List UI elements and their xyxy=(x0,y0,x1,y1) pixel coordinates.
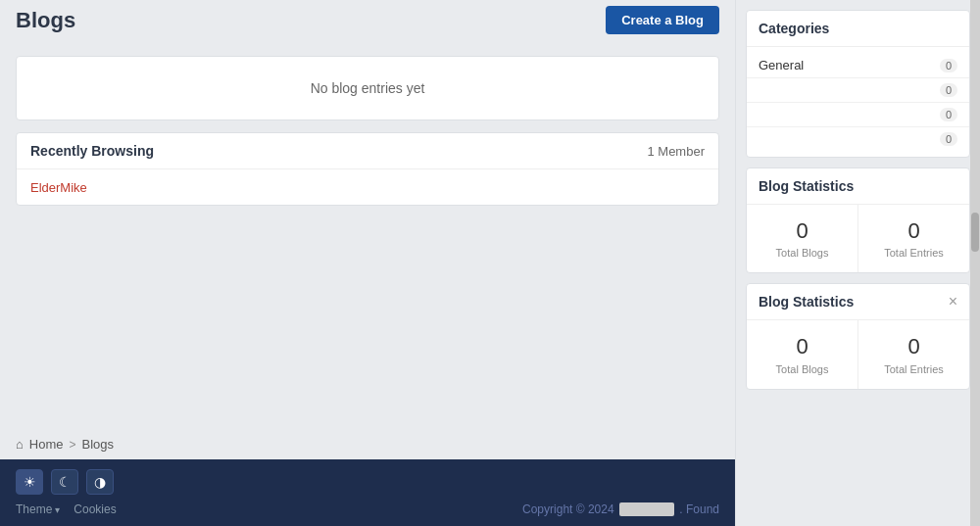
close-button[interactable]: × xyxy=(949,294,957,310)
footer: ☀ ☾ ◑ Theme ▾ Cookies Copyright © 2024 .… xyxy=(0,459,735,526)
recently-browsing-box: Recently Browsing 1 Member ElderMike xyxy=(16,132,719,206)
right-sidebar: Categories General 0 0 0 0 xyxy=(735,0,980,526)
recently-browsing-title: Recently Browsing xyxy=(30,143,154,159)
no-entries-box: No blog entries yet xyxy=(16,56,719,120)
home-icon: ⌂ xyxy=(16,437,24,452)
page-header: Blogs Create a Blog xyxy=(0,0,735,44)
total-blogs-label: Total Blogs xyxy=(755,247,850,259)
category-count: 0 xyxy=(940,59,957,72)
categories-list: General 0 0 0 0 xyxy=(747,47,969,157)
breadcrumb-home-link[interactable]: Home xyxy=(29,437,64,452)
blog-statistics-panel-2: Blog Statistics × 0 Total Blogs 0 Total … xyxy=(746,283,970,389)
category-item-3: 0 xyxy=(747,103,969,127)
footer-links: Theme ▾ Cookies Copyright © 2024 . Found xyxy=(16,502,719,516)
recently-browsing-body: ElderMike xyxy=(17,169,718,205)
categories-title: Categories xyxy=(747,11,969,47)
total-entries-cell: 0 Total Entries xyxy=(858,205,969,272)
footer-copyright: Copyright © 2024 . Found xyxy=(522,502,719,516)
recently-browsing-header: Recently Browsing 1 Member xyxy=(17,133,718,169)
theme-label: Theme xyxy=(16,502,52,516)
total-blogs-cell: 0 Total Blogs xyxy=(747,205,858,272)
floating-stats-title: Blog Statistics xyxy=(759,294,854,310)
create-blog-button[interactable]: Create a Blog xyxy=(606,6,719,34)
category-item-4: 0 xyxy=(747,127,969,151)
category-item-general: General 0 xyxy=(747,53,969,78)
categories-panel: Categories General 0 0 0 0 xyxy=(746,10,970,158)
breadcrumb: ⌂ Home > Blogs xyxy=(0,427,735,459)
stats-grid: 0 Total Blogs 0 Total Entries xyxy=(747,205,969,272)
footer-site-name xyxy=(619,502,674,516)
user-link[interactable]: ElderMike xyxy=(30,180,87,195)
total-entries-value: 0 xyxy=(866,218,961,244)
total-entries-label-2: Total Entries xyxy=(866,363,961,375)
scrollbar[interactable] xyxy=(970,0,980,526)
blog-statistics-panel: Blog Statistics 0 Total Blogs 0 Total En… xyxy=(746,167,970,273)
category-count-3: 0 xyxy=(940,108,957,121)
scrollbar-thumb[interactable] xyxy=(971,213,979,252)
page-title: Blogs xyxy=(16,8,75,33)
total-blogs-label-2: Total Blogs xyxy=(755,363,850,375)
breadcrumb-current: Blogs xyxy=(82,437,115,452)
blog-statistics-title: Blog Statistics xyxy=(747,168,969,205)
auto-theme-button[interactable]: ◑ xyxy=(86,469,114,495)
breadcrumb-separator: > xyxy=(70,438,76,452)
total-blogs-value-2: 0 xyxy=(755,334,850,359)
total-entries-cell-2: 0 Total Entries xyxy=(858,320,969,388)
member-count: 1 Member xyxy=(647,144,705,159)
total-blogs-value: 0 xyxy=(755,218,850,244)
content-area: No blog entries yet Recently Browsing 1 … xyxy=(0,44,735,427)
no-entries-text: No blog entries yet xyxy=(311,80,425,96)
total-entries-value-2: 0 xyxy=(866,334,961,359)
dark-theme-button[interactable]: ☾ xyxy=(51,469,78,495)
cookies-link[interactable]: Cookies xyxy=(74,502,116,516)
total-blogs-cell-2: 0 Total Blogs xyxy=(747,320,858,388)
category-count-2: 0 xyxy=(940,83,957,97)
category-item-2: 0 xyxy=(747,78,969,103)
light-theme-button[interactable]: ☀ xyxy=(16,469,43,495)
category-name: General xyxy=(759,58,804,72)
floating-stats-header: Blog Statistics × xyxy=(747,284,969,320)
theme-link[interactable]: Theme ▾ xyxy=(16,502,60,516)
theme-buttons: ☀ ☾ ◑ xyxy=(16,469,719,495)
stats-grid-2: 0 Total Blogs 0 Total Entries xyxy=(747,320,969,388)
category-count-4: 0 xyxy=(940,132,957,146)
theme-chevron-icon: ▾ xyxy=(55,504,60,515)
total-entries-label: Total Entries xyxy=(866,247,961,259)
